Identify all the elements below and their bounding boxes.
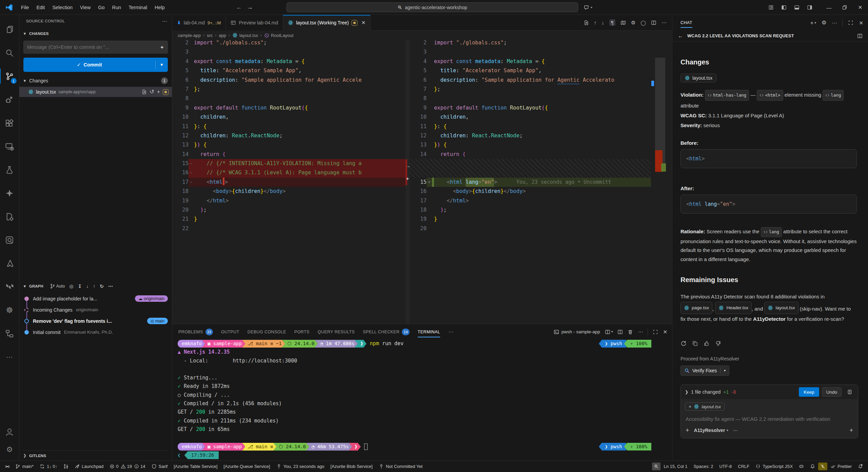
activity-search-icon[interactable] bbox=[0, 41, 19, 64]
status-alert[interactable] bbox=[807, 463, 818, 471]
thumbs-up-icon[interactable] bbox=[704, 340, 710, 347]
changed-file-row[interactable]: layout.tsx sample-app\src\app ↺ + bbox=[19, 87, 172, 97]
graph-more-icon[interactable]: ⋯ bbox=[108, 284, 113, 289]
menu-go[interactable]: Go bbox=[95, 3, 108, 12]
chat-input[interactable] bbox=[685, 416, 854, 422]
activity-kubernetes-icon[interactable]: ☸ bbox=[0, 298, 19, 322]
split-editor-icon[interactable] bbox=[651, 20, 656, 25]
commit-button[interactable]: ✓Commit ▼ bbox=[23, 58, 168, 72]
activity-terraform-icon[interactable] bbox=[0, 275, 19, 298]
activity-testing-icon[interactable] bbox=[0, 158, 19, 181]
header-tsx-chip[interactable]: Header.tsx bbox=[715, 302, 752, 314]
activity-extensions-icon[interactable] bbox=[0, 111, 19, 135]
overview-ruler[interactable] bbox=[651, 40, 667, 324]
kill-terminal-icon[interactable] bbox=[628, 329, 633, 335]
status-language-mode[interactable]: TypeScript JSX bbox=[752, 463, 796, 471]
panel-tab-output[interactable]: OUTPUT bbox=[221, 324, 239, 339]
open-file-icon[interactable] bbox=[584, 20, 589, 25]
toggle-secondary-sidebar-icon[interactable] bbox=[807, 5, 812, 10]
activity-azure-icon[interactable] bbox=[0, 252, 19, 275]
activity-accounts-icon[interactable] bbox=[0, 423, 19, 441]
graph-target-icon[interactable]: ◎ bbox=[69, 284, 73, 289]
activity-explorer-icon[interactable] bbox=[0, 18, 19, 41]
status-zoom[interactable] bbox=[652, 463, 660, 470]
stage-changes-icon[interactable]: + bbox=[157, 89, 160, 95]
activity-resources-icon[interactable] bbox=[0, 322, 19, 345]
menu-terminal[interactable]: Terminal bbox=[125, 3, 151, 12]
tab-close-icon[interactable]: ✕ bbox=[361, 20, 366, 26]
attached-file-chip[interactable]: + layout.tsx bbox=[685, 402, 725, 411]
generate-commit-message-icon[interactable]: ✦ bbox=[160, 45, 164, 50]
add-context-icon[interactable]: + bbox=[686, 427, 689, 433]
expand-files-icon[interactable]: ❯ bbox=[685, 390, 688, 394]
commit-row[interactable]: Incoming Changesorigin/main bbox=[19, 304, 172, 315]
status-azurite-table[interactable]: [Azurite Table Service] bbox=[171, 463, 220, 471]
close-panel-icon[interactable]: ✕ bbox=[663, 329, 667, 334]
activity-settings-icon[interactable]: ⚙ bbox=[0, 441, 19, 458]
close-chat-icon[interactable]: ✕ bbox=[859, 20, 863, 25]
push-icon[interactable]: ↑ bbox=[93, 284, 95, 289]
terminal-more-icon[interactable]: ⋯ bbox=[638, 329, 643, 334]
status-git-blame[interactable]: You, 23 seconds ago bbox=[273, 463, 328, 471]
lang-chip[interactable]: lang bbox=[823, 90, 844, 101]
chat-file-chip[interactable]: layout.tsx bbox=[680, 74, 716, 82]
menu-edit[interactable]: Edit bbox=[33, 3, 48, 12]
chat-tab[interactable]: CHAT bbox=[680, 15, 692, 31]
revert-block-icon[interactable]: → bbox=[406, 163, 410, 169]
panel-tab-debug-console[interactable]: DEBUG CONSOLE bbox=[248, 324, 286, 339]
copilot-menu-button[interactable]: ▾ bbox=[584, 2, 592, 12]
status-sync[interactable]: 1↓ 0↑ bbox=[37, 463, 60, 471]
panel-tab-ports[interactable]: PORTS bbox=[294, 324, 310, 339]
menu-help[interactable]: Help bbox=[151, 3, 168, 12]
graph-section-header[interactable]: ▼GRAPH Auto ◎ ↧ ↓ ↑ ↻ ⋯ bbox=[22, 281, 169, 291]
editor-more-icon[interactable]: ⋯ bbox=[662, 20, 667, 25]
activity-containers-icon[interactable] bbox=[0, 228, 19, 252]
status-prettier[interactable]: Prettier bbox=[827, 463, 855, 471]
open-file-icon[interactable] bbox=[141, 89, 147, 95]
discard-changes-icon[interactable]: ↺ bbox=[150, 89, 154, 95]
status-branch-compare[interactable] bbox=[60, 463, 72, 471]
terminal[interactable]: emknafo▣ sample-app⎇ main ≡ ~1⬡ 24.14.0◔… bbox=[178, 339, 665, 460]
layout-tsx-chip[interactable]: layout.tsx bbox=[764, 302, 798, 314]
lang-chip[interactable]: lang bbox=[761, 227, 782, 237]
thumbs-down-icon[interactable] bbox=[715, 340, 721, 347]
status-branch[interactable]: main* bbox=[12, 463, 37, 471]
agent-picker[interactable]: A11yResolver▾ bbox=[694, 428, 728, 433]
next-change-icon[interactable]: ↓ bbox=[601, 20, 604, 25]
forward-icon[interactable]: → bbox=[247, 4, 253, 11]
page-tsx-chip[interactable]: page.tsx bbox=[680, 302, 712, 314]
activity-remote-explorer-icon[interactable] bbox=[0, 135, 19, 158]
close-button[interactable]: ✕ bbox=[852, 0, 868, 15]
split-terminal-icon[interactable]: ▾ bbox=[605, 329, 613, 335]
breadcrumb-item[interactable]: src bbox=[207, 33, 213, 38]
status-sarif[interactable]: Sarif bbox=[149, 463, 171, 471]
commit-dropdown-icon[interactable]: ▼ bbox=[156, 62, 168, 67]
activity-copilot-icon[interactable] bbox=[0, 181, 19, 205]
status-cursor-position[interactable]: Ln 15, Col 1 bbox=[660, 463, 690, 471]
changes-section-header[interactable]: ▼CHANGES bbox=[22, 29, 169, 38]
chat-back-icon[interactable]: ← bbox=[678, 33, 683, 39]
graph-auto-button[interactable]: Auto bbox=[50, 283, 65, 289]
panel-tab-query-results[interactable]: QUERY RESULTS bbox=[318, 324, 355, 339]
restore-button[interactable] bbox=[837, 0, 852, 15]
status-eol[interactable]: CRLF bbox=[735, 463, 752, 471]
sidebar-more-icon[interactable]: ⋯ bbox=[162, 19, 167, 24]
branch-pill[interactable]: ☁ origin/main bbox=[135, 295, 168, 302]
breadcrumb-item[interactable]: layout.tsx bbox=[232, 33, 258, 38]
commit-row[interactable]: Initial commitEmmanuel Knafo, Ph.D. bbox=[19, 327, 172, 338]
status-azurite-blob[interactable]: [Azurite Blob Service] bbox=[328, 463, 376, 471]
status-notifications[interactable] bbox=[855, 463, 866, 471]
status-commit-status[interactable]: Not Committed Yet bbox=[376, 463, 426, 471]
tab-lab-04-md[interactable]: ⬇ lab-04.md 9+, ↓M bbox=[172, 15, 226, 31]
panel-tab-problems[interactable]: PROBLEMS33 bbox=[178, 324, 213, 339]
activity-run-debug-icon[interactable] bbox=[0, 88, 19, 111]
customize-layout-icon[interactable] bbox=[768, 5, 774, 10]
previous-change-icon[interactable]: ↑ bbox=[594, 20, 597, 25]
menu-run[interactable]: Run bbox=[109, 3, 125, 12]
toggle-whitespace-icon[interactable]: ¶ bbox=[609, 19, 615, 26]
diff-modified-pane[interactable]: 2import "./globals.css";34export const m… bbox=[410, 40, 651, 324]
new-chat-button[interactable]: +▾ bbox=[810, 20, 816, 26]
pull-icon[interactable]: ↓ bbox=[86, 284, 88, 289]
input-more-icon[interactable]: ⋯ bbox=[733, 428, 738, 433]
commit-row[interactable]: Add image placeholder for la...☁ origin/… bbox=[19, 293, 172, 304]
